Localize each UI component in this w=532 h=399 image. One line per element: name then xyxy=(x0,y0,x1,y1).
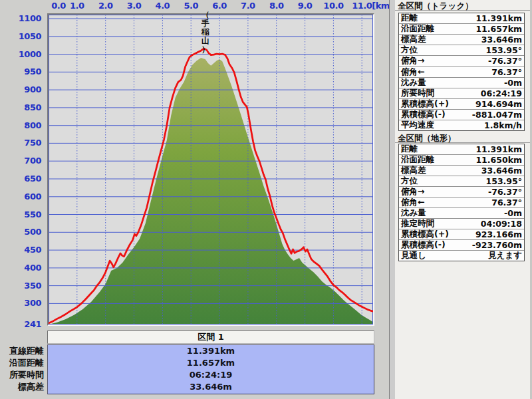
stat-label: 俯角← xyxy=(399,198,424,208)
stat-label: 方位 xyxy=(399,176,418,187)
x-tick-label: 10.0 xyxy=(319,1,348,11)
stat-label: 沿面距離 xyxy=(399,155,434,166)
plot-area[interactable] xyxy=(47,13,374,326)
stat-row: 俯角←76.37° xyxy=(399,198,524,208)
stat-value: 11.657km xyxy=(475,24,524,34)
x-tick-label: 5.0 xyxy=(176,1,205,11)
stat-label: 沈み量 xyxy=(399,78,426,88)
y-tick-label: 500 xyxy=(0,227,41,237)
stat-row: 沿面距離11.650km xyxy=(399,155,524,166)
stat-value: 76.37° xyxy=(491,198,524,207)
y-tick-label: 600 xyxy=(0,192,41,201)
stat-label: 俯角→ xyxy=(399,187,424,198)
stat-label: 距離 xyxy=(399,144,418,155)
stat-label: 沿面距離 xyxy=(399,24,434,35)
y-tick-label: 900 xyxy=(0,84,41,94)
stat-label: 推定時間 xyxy=(399,219,434,229)
stat-value: -881.047m xyxy=(472,110,524,120)
stat-row: 俯角→-76.37° xyxy=(399,56,524,66)
stat-row: 距離11.391km xyxy=(399,144,524,155)
stat-value: 923.166m xyxy=(475,229,524,239)
stat-value: 76.37° xyxy=(491,67,524,77)
y-tick-label: 650 xyxy=(0,174,41,184)
stat-row: 累積標高(-)-881.047m xyxy=(399,110,524,120)
x-tick-label: 2.0 xyxy=(91,1,120,11)
stat-value: -76.37° xyxy=(488,187,524,197)
y-tick-label: 400 xyxy=(0,263,41,273)
stat-label: 沈み量 xyxy=(399,208,426,219)
stat-value: 33.646m xyxy=(481,166,524,176)
x-tick-label: 3.0 xyxy=(120,1,149,11)
y-tick-label: 1100 xyxy=(0,13,41,23)
stat-value: -0m xyxy=(504,208,524,218)
stat-label: 所要時間 xyxy=(399,88,434,99)
section-row-label: 直線距離 xyxy=(0,345,44,357)
section-value-row: 11.391km xyxy=(48,345,374,357)
stat-row: 方位153.95° xyxy=(399,45,524,56)
y-tick-label: 700 xyxy=(0,156,41,166)
stat-label: 方位 xyxy=(399,45,418,56)
stat-value: 153.95° xyxy=(486,176,525,186)
peak-annotation: （手稲山） xyxy=(201,11,211,54)
y-tick-label: 850 xyxy=(0,102,41,112)
section-value-row: 11.657km xyxy=(48,357,374,369)
y-tick-label: 450 xyxy=(0,245,41,255)
stat-label: 累積標高(-) xyxy=(399,110,446,120)
stat-value: -0m xyxy=(504,78,524,88)
stat-value: 11.391km xyxy=(475,13,524,23)
stat-row: 沈み量-0m xyxy=(399,208,524,219)
y-tick-label: 800 xyxy=(0,120,41,130)
stat-row: 所要時間06:24:19 xyxy=(399,88,524,99)
stat-row: 俯角←76.37° xyxy=(399,66,524,77)
stat-value: 1.8km/h xyxy=(484,120,524,130)
section-labels: 直線距離沿面距離所要時間標高差 xyxy=(0,345,44,393)
stat-value: 04:09:18 xyxy=(481,219,524,229)
stat-label: 累積標高(+) xyxy=(399,229,449,240)
section-row-label: 沿面距離 xyxy=(0,357,44,369)
app-window: 0.01.02.03.04.05.06.07.08.09.010.011.0[k… xyxy=(0,0,532,399)
stat-panel-title: 全区間（地形） xyxy=(395,132,530,143)
stat-value: 11.391km xyxy=(475,144,524,154)
stat-panel-title: 全区間（トラック） xyxy=(395,0,530,11)
section-values-panel: 11.391km11.657km06:24:1933.646m xyxy=(47,344,374,394)
stat-value: 914.694m xyxy=(475,99,524,109)
section-row-label: 標高差 xyxy=(0,381,44,393)
stat-label: 平均速度 xyxy=(399,120,434,130)
x-tick-label: 4.0 xyxy=(148,1,177,11)
stat-row: 俯角→-76.37° xyxy=(399,187,524,198)
stat-label: 俯角→ xyxy=(399,56,424,66)
stat-label: 累積標高(+) xyxy=(399,99,449,110)
stat-row: 累積標高(+)914.694m xyxy=(399,99,524,110)
stat-row: 距離11.391km xyxy=(399,13,524,24)
elevation-chart xyxy=(49,15,373,325)
stat-value: -76.37° xyxy=(488,56,524,66)
stat-value: 153.95° xyxy=(486,45,525,55)
stat-label: 俯角← xyxy=(399,66,424,77)
x-tick-label: 8.0 xyxy=(262,1,291,11)
stat-table: 距離11.391km沿面距離11.650km標高差33.646m方位153.95… xyxy=(398,144,525,261)
stat-row: 標高差33.646m xyxy=(399,35,524,45)
stat-value: 見えます xyxy=(488,251,524,261)
y-tick-label: 300 xyxy=(0,298,41,308)
stat-value: 11.650km xyxy=(475,155,524,165)
section-title: 区間 1 xyxy=(47,331,374,344)
stat-row: 累積標高(+)923.166m xyxy=(399,229,524,240)
stat-label: 距離 xyxy=(399,13,418,24)
stat-table: 距離11.391km沿面距離11.657km標高差33.646m方位153.95… xyxy=(398,13,525,131)
stat-row: 方位153.95° xyxy=(399,176,524,187)
stat-value: 33.646m xyxy=(481,35,524,45)
x-tick-label: 1.0 xyxy=(63,1,92,11)
stat-label: 標高差 xyxy=(399,166,426,176)
elevation-graph-pane: 0.01.02.03.04.05.06.07.08.09.010.011.0[k… xyxy=(0,0,389,399)
y-tick-label: 750 xyxy=(0,138,41,148)
stat-row: 沿面距離11.657km xyxy=(399,24,524,35)
stat-row: 推定時間04:09:18 xyxy=(399,219,524,229)
x-tick-label: 9.0 xyxy=(291,1,320,11)
stat-value: -923.760m xyxy=(472,240,524,250)
y-tick-label: 950 xyxy=(0,66,41,76)
x-tick-label: 7.0 xyxy=(233,1,263,11)
y-tick-label: 1050 xyxy=(0,31,41,41)
section-value-row: 06:24:19 xyxy=(48,369,374,381)
stat-label: 標高差 xyxy=(399,35,426,45)
statistics-pane: 全区間（トラック）距離11.391km沿面距離11.657km標高差33.646… xyxy=(395,0,532,399)
